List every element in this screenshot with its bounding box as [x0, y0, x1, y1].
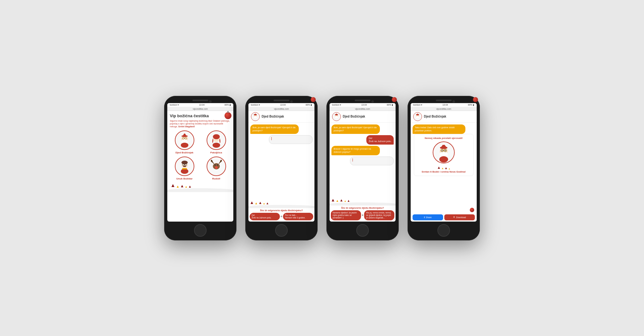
tree3: ▲: [180, 184, 184, 188]
status-right-4: 86% ▮: [468, 104, 474, 106]
wifi-icon-4: ▾: [421, 104, 422, 106]
option-btn-2a[interactable]: Da!Živiš na Južnom polu.: [250, 213, 280, 220]
speaker-3: [355, 100, 370, 101]
trees-decoration-1: ▲ ▲ ▲ ▲ ▲: [170, 183, 231, 188]
vip-decoration-1: [225, 112, 231, 119]
chat-title-2: Djed Božićnjak: [262, 115, 284, 118]
status-left-4: bonbon ▾: [413, 104, 422, 106]
camera-1: [209, 100, 212, 103]
status-right-2: 86% ▮: [306, 104, 312, 106]
character-rudolf[interactable]: Rudolf: [202, 157, 231, 180]
option-or-3: ili: [362, 214, 364, 216]
screen-1: bonbon ▾ 13:04 86% ▮ vipcestitka.com: [167, 103, 233, 222]
cursor-3: [353, 158, 353, 162]
svg-point-9: [181, 143, 188, 148]
snow-1: [167, 188, 233, 192]
djed-avatar: [175, 130, 194, 150]
chat-title-4: Djed Božićnjak: [424, 115, 446, 118]
text-cursor: [271, 137, 272, 140]
patuljcica-avatar: [207, 130, 226, 150]
option-btn-2b[interactable]: Pa i ne baš...Nemam više 3 godine.: [283, 213, 313, 220]
bubble-user-3a: Da!Živiš na Južnom polu.: [366, 135, 394, 145]
screen-2: bonbon ▾ 13:04 86% ▮ vipcestitka.com: [248, 103, 314, 222]
character-djed[interactable]: Djed Božićnjak: [170, 130, 199, 154]
phone-3: bonbon ▾ 13:04 86% ▮ vipcestitka.com: [326, 96, 399, 240]
home-button-4[interactable]: [437, 224, 450, 237]
chat-avatar-3: [332, 112, 341, 121]
chat-title-3: Djed Božićnjak: [343, 115, 365, 118]
svg-point-25: [214, 164, 216, 166]
character-patuljcica[interactable]: Patuljčica: [202, 130, 231, 154]
action-buttons-4: f Share ⬇ Download: [411, 213, 477, 222]
chat-header-2: Djed Božićnjak: [248, 111, 314, 123]
greeting-card: Nemoj nikada prestati vjerovati!: [414, 134, 474, 176]
home-button-1[interactable]: [194, 224, 207, 237]
bubble-input-1[interactable]: [269, 135, 313, 144]
svg-point-57: [439, 156, 448, 162]
battery-icon-3: ▮: [392, 104, 393, 106]
battery-icon-4: ▮: [473, 104, 474, 106]
trees-3: ▲ ▲ ▲ ▲ ▲: [330, 197, 396, 202]
tree2: ▲: [176, 185, 180, 188]
tree1: ▲: [170, 183, 175, 188]
card-body-4: Tako treba! Zato ćeš ove godine dobiti p…: [411, 123, 477, 213]
svg-point-45: [416, 116, 419, 118]
status-bar-2: bonbon ▾ 13:04 86% ▮: [248, 103, 314, 107]
download-label: Download: [456, 216, 466, 218]
option-btn-3a[interactable]: Naravno djedice! Ja pazim cijelu godinu …: [331, 210, 361, 220]
share-button[interactable]: f Share: [413, 214, 443, 220]
screen1-subtitle: Sigurno imaš svog najdražeg božićnog lik…: [170, 119, 231, 128]
url-bar-1: vipcestitka.com: [167, 107, 233, 111]
bubble-bot-3a: Bok, ja sam djed Božićnjak! Vjeruješ li …: [331, 124, 380, 134]
characters-grid: Djed Božićnjak: [170, 130, 231, 180]
svg-point-21: [181, 169, 188, 174]
rudolf-avatar: [207, 157, 226, 176]
svg-point-33: [254, 116, 257, 118]
card-ball: [470, 208, 474, 212]
home-button-2[interactable]: [275, 224, 288, 237]
wifi-icon-2: ▾: [259, 104, 260, 106]
url-bar-4: vipcestitka.com: [411, 107, 477, 111]
card-message-bubble: Tako treba! Zato ćeš ove godine dobiti p…: [413, 124, 465, 134]
snow-3: [330, 202, 396, 206]
url-4: vipcestitka.com: [436, 108, 451, 110]
status-bar-3: bonbon ▾ 13:04 86% ▮: [330, 103, 396, 107]
download-button[interactable]: ⬇ Download: [444, 214, 475, 220]
carrier-1: bonbon: [170, 104, 177, 106]
option-btn-3b[interactable]: Ma joj, nema smisla, nemoj se gnjaviti d…: [364, 210, 394, 220]
phone-1: bonbon ▾ 13:04 86% ▮ vipcestitka.com: [164, 96, 236, 240]
chat-question-3: Što bi odgovorio djedu Božićnjaku?: [330, 206, 396, 210]
card-avatar-large: [433, 141, 455, 163]
chat-options-2: Da!Živiš na Južnom polu. ili Pa i ne baš…: [248, 213, 314, 222]
battery-4: 86%: [468, 104, 472, 106]
time-2: 13:04: [280, 104, 286, 106]
battery-pct-1: 86%: [225, 104, 229, 106]
chat-body-3: Bok, ja sam djed Božićnjak! Vjeruješ li …: [330, 123, 396, 198]
status-bar-4: bonbon ▾ 13:04 86% ▮: [411, 103, 477, 107]
screen-4: bonbon ▾ 13:04 86% ▮ vipcestitka.com: [411, 103, 477, 222]
chat-avatar-4: [413, 112, 422, 121]
bubble-bot-1: Bok, ja sam djed Božićnjak! Vjeruješ li …: [250, 124, 299, 134]
url-bar-3: vipcestitka.com: [330, 107, 396, 111]
camera-2: [290, 100, 293, 103]
tree5: ▲: [188, 185, 192, 188]
unuk-name: Unuk Božidar: [176, 177, 193, 180]
time-3: 13:04: [361, 104, 367, 106]
carrier-4: bonbon: [413, 104, 420, 106]
home-button-3[interactable]: [356, 224, 369, 237]
screen1-title: Vip božićna čestitka: [170, 113, 231, 118]
chat-options-3: Naravno djedice! Ja pazim cijelu godinu …: [330, 210, 396, 221]
speaker-1: [192, 100, 208, 101]
option-or-2: ili: [281, 215, 282, 218]
chat-header-4: Djed Božićnjak: [411, 111, 477, 123]
character-unuk[interactable]: Unuk Božidar: [170, 157, 199, 180]
phone-2: bonbon ▾ 13:04 86% ▮ vipcestitka.com: [245, 96, 318, 240]
card-trees: ▲ ▲ ▲ ▲: [437, 165, 451, 170]
status-bar-1: bonbon ▾ 13:04 86% ▮: [167, 103, 233, 107]
svg-point-27: [215, 166, 218, 169]
svg-point-13: [213, 143, 220, 148]
bubble-input-3[interactable]: [350, 157, 394, 165]
battery-2: 86%: [306, 104, 310, 106]
card-wishes: Sretan ti Božić i sretna Nova Godina!: [422, 170, 466, 173]
status-left-3: bonbon ▾: [332, 104, 341, 106]
